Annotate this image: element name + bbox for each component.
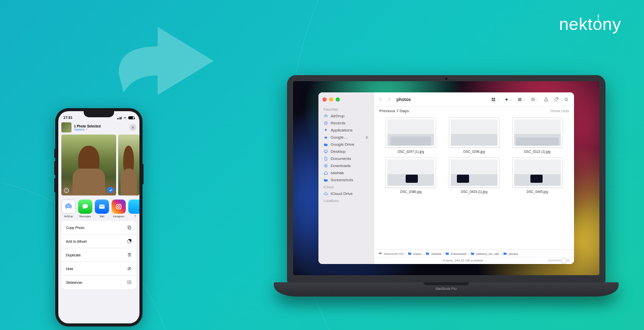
photo-main[interactable] [61, 135, 116, 195]
file-name: DSC_0386.jpg [400, 190, 421, 193]
share-app-airdrop[interactable]: AirDrop [61, 200, 76, 218]
finder-window[interactable]: Favorites AirDrop Recents Applications G… [318, 92, 574, 264]
sidebar-item-downloads[interactable]: Downloads [318, 162, 374, 169]
file-item[interactable]: DSC_0313 (1).jpg [508, 117, 567, 153]
sidebar-item-documents[interactable]: Documents [318, 155, 374, 162]
selected-check-icon [108, 187, 114, 193]
sort-icon [517, 97, 522, 102]
window-minimize-button[interactable] [329, 97, 333, 102]
sidebar-section-icloud: iCloud [318, 183, 374, 190]
sidebar-item-airdrop[interactable]: AirDrop [318, 112, 374, 119]
instagram-icon [115, 203, 123, 211]
sidebar-item-desktop[interactable]: Desktop [318, 148, 374, 155]
folder-icon [445, 251, 449, 255]
file-name: DSC_0297 (1).jpg [398, 150, 424, 153]
photo-strip[interactable] [58, 135, 139, 195]
nav-back-button[interactable] [378, 97, 383, 102]
sidebar-item-google-volume[interactable]: Google… [318, 134, 374, 141]
action-add-to-album[interactable]: Add to Album [61, 235, 136, 248]
sidebar-item-screenshots[interactable]: Screenshots [318, 176, 374, 183]
document-icon [324, 156, 328, 161]
selected-photo-thumb [61, 122, 71, 133]
svg-point-3 [118, 206, 120, 208]
window-zoom-button[interactable] [336, 97, 340, 102]
status-bar: 9 items, 242.23 GB available [374, 257, 574, 264]
macbook-camera [445, 78, 447, 80]
group-icon [504, 97, 509, 102]
iphone-mockup: 17:31 1 Photo Selected Options [55, 108, 142, 326]
icon-size-slider[interactable] [548, 259, 570, 261]
group-button[interactable]: ⌄ [503, 96, 513, 103]
action-duplicate[interactable]: Duplicate [61, 248, 136, 262]
file-item[interactable]: DSC_0298.jpg [445, 117, 504, 153]
file-item[interactable]: DSC_0433 (1).jpg [445, 157, 504, 193]
eject-icon[interactable] [365, 135, 369, 140]
svg-rect-5 [128, 226, 131, 229]
action-button[interactable]: ⌄ [529, 96, 540, 103]
sidebar-section-locations: Locations [318, 197, 374, 204]
file-item[interactable]: DSC_0445.jpg [508, 157, 567, 193]
airdrop-icon [64, 203, 73, 211]
file-name: DSC_0433 (1).jpg [461, 190, 487, 193]
nav-forward-button[interactable] [387, 97, 391, 102]
share-actions-list: Copy Photo Add to Album Duplicate Hide S… [61, 221, 136, 289]
show-less-link[interactable]: Show Less [550, 109, 569, 113]
file-name: DSC_0298.jpg [463, 150, 485, 153]
svg-point-4 [120, 205, 120, 205]
mail-icon [98, 203, 106, 211]
action-slideshow[interactable]: Slideshow [61, 276, 136, 289]
iphone-notch [84, 111, 114, 117]
svg-point-16 [506, 98, 508, 100]
tag-icon [554, 97, 559, 102]
share-app-more[interactable]: T [128, 200, 139, 218]
sidebar-item-user[interactable]: sashaa [318, 169, 374, 176]
play-rect-icon [127, 280, 132, 285]
sidebar-item-applications[interactable]: Applications [318, 126, 374, 134]
desktop-icon [324, 149, 328, 154]
search-button[interactable] [563, 96, 570, 103]
apps-icon [324, 128, 328, 133]
messages-icon [81, 203, 89, 211]
share-sheet-title: 1 Photo Selected [74, 124, 127, 128]
svg-rect-18 [518, 99, 522, 100]
file-item[interactable]: DSC_0386.jpg [381, 157, 441, 193]
share-arrow-watermark [106, 10, 228, 112]
svg-rect-24 [379, 253, 381, 254]
folder-icon [324, 142, 328, 147]
sidebar-item-google-drive[interactable]: Google Drive [318, 141, 374, 148]
tags-button[interactable] [553, 96, 560, 103]
window-close-button[interactable] [323, 97, 327, 102]
cloud-icon [324, 191, 328, 196]
path-bar[interactable]: Macintosh HD› Users› sashaa› Downloads› … [374, 249, 574, 257]
search-icon [564, 97, 569, 102]
file-item[interactable]: DSC_0297 (1).jpg [381, 117, 441, 153]
share-app-messages[interactable]: Messages [78, 200, 92, 218]
grid-icon [491, 97, 496, 102]
folder-icon [503, 251, 507, 255]
close-button[interactable] [129, 124, 136, 131]
file-name: DSC_0445.jpg [527, 190, 548, 193]
action-hide[interactable]: Hide [61, 262, 136, 276]
window-controls[interactable] [318, 95, 374, 106]
share-sheet-header: 1 Photo Selected Options [58, 120, 139, 135]
view-mode-button[interactable]: ⌄ [490, 96, 500, 103]
airdrop-icon [324, 114, 328, 118]
photo-next[interactable] [118, 135, 139, 195]
svg-point-23 [565, 98, 567, 101]
svg-point-11 [326, 115, 327, 116]
svg-point-21 [532, 99, 533, 100]
share-app-instagram[interactable]: Instagram [112, 200, 126, 218]
share-options-link[interactable]: Options [74, 128, 127, 131]
share-app-mail[interactable]: Mail [95, 200, 109, 218]
sidebar-item-recents[interactable]: Recents [318, 119, 374, 126]
hd-icon [378, 251, 382, 255]
sort-button[interactable]: ⌄ [516, 96, 526, 103]
chevron-right-icon [86, 128, 88, 130]
copy-icon [127, 225, 132, 230]
share-button[interactable] [543, 96, 550, 103]
action-copy-photo[interactable]: Copy Photo [61, 221, 136, 235]
status-text: 9 items, 242.23 GB available [378, 258, 548, 262]
folder-icon [324, 178, 328, 182]
home-icon [324, 171, 328, 175]
sidebar-item-icloud-drive[interactable]: iCloud Drive [318, 190, 374, 197]
